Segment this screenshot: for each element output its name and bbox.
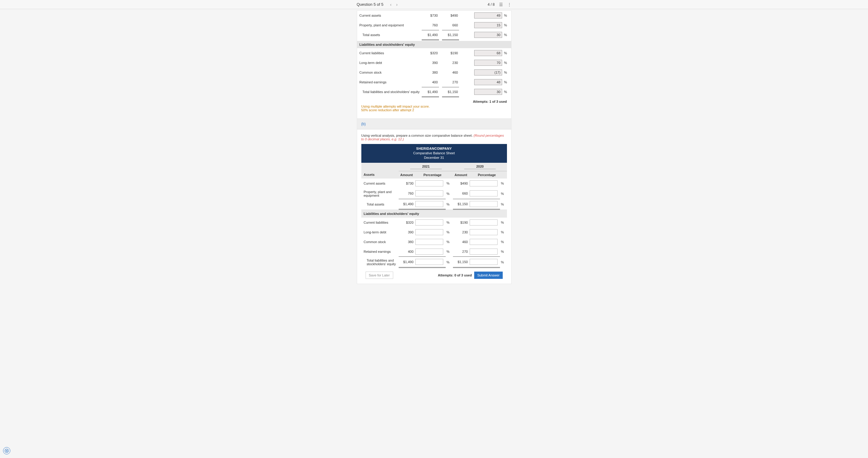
- percent-input-2020[interactable]: [470, 259, 498, 265]
- part-a-table: Current assets $730 $490 % Property, pla…: [357, 11, 511, 97]
- percent-input-2020[interactable]: [470, 190, 498, 196]
- question-title: Question 5 of 5: [357, 2, 383, 7]
- save-for-later-button[interactable]: Save for Later: [366, 271, 393, 279]
- amount-2021: 760: [399, 188, 414, 199]
- prev-question-button[interactable]: ‹: [388, 2, 394, 7]
- amount-2020: 230: [442, 58, 459, 68]
- row-label: Common stock: [361, 237, 399, 247]
- percent-input[interactable]: [474, 79, 502, 85]
- year-2021: 2021: [410, 165, 442, 169]
- amount-2021: 400: [422, 77, 439, 87]
- amount-2020: 270: [453, 247, 469, 257]
- amount-2020: 460: [453, 237, 469, 247]
- more-menu-icon[interactable]: ⋮: [507, 2, 512, 7]
- percent-input[interactable]: [474, 89, 502, 95]
- amount-2021: $1,490: [399, 199, 414, 209]
- row-label: Property, plant and equipment: [361, 188, 399, 199]
- next-question-button[interactable]: ›: [394, 2, 400, 7]
- row-label: Retained earnings: [357, 77, 422, 87]
- percent-input-2020[interactable]: [470, 181, 498, 187]
- percent-input-2020[interactable]: [470, 249, 498, 255]
- section-header: Liabilities and stockholders' equity: [357, 41, 511, 48]
- amount-2021: 380: [422, 68, 439, 77]
- amount-2020: 460: [442, 68, 459, 77]
- amount-2020: $1,150: [442, 87, 459, 97]
- row-label: Current liabilities: [361, 218, 399, 227]
- col-percentage: Percentage: [469, 171, 505, 178]
- percent-input[interactable]: [474, 69, 502, 75]
- row-label: Current assets: [357, 11, 422, 20]
- row-label: Long-term debt: [357, 58, 422, 68]
- assets-header: Assets: [361, 171, 399, 178]
- amount-2021: 760: [422, 20, 439, 30]
- percent-input[interactable]: [474, 22, 502, 28]
- amount-2021: $730: [422, 11, 439, 20]
- row-label: Total liabilities and stockholders' equi…: [357, 87, 422, 97]
- percent-input-2021[interactable]: [415, 239, 443, 245]
- row-label: Current assets: [361, 178, 399, 188]
- row-label: Retained earnings: [361, 247, 399, 257]
- percent-input[interactable]: [474, 50, 502, 56]
- row-label: Property, plant and equipment: [357, 20, 422, 30]
- row-label: Long-term debt: [361, 227, 399, 237]
- attempts-label: Attempts: 0 of 3 used: [438, 273, 472, 277]
- amount-2021: $1,490: [422, 30, 439, 40]
- amount-2021: $320: [422, 48, 439, 58]
- toolbar: Question 5 of 5 ‹ › 4 / 8 ☰ ⋮: [0, 0, 868, 9]
- instructions-text: Using vertical analysis, prepare a commo…: [361, 134, 474, 137]
- amount-2020: $1,150: [453, 257, 469, 268]
- amount-2021: 400: [399, 247, 414, 257]
- row-label: Current liabilities: [357, 48, 422, 58]
- amount-2021: 390: [399, 227, 414, 237]
- percent-input-2021[interactable]: [415, 249, 443, 255]
- amount-2020: $1,150: [453, 199, 469, 209]
- amount-2020: 270: [442, 77, 459, 87]
- percent-input[interactable]: [474, 60, 502, 66]
- question-card: Current assets $730 $490 % Property, pla…: [357, 10, 512, 284]
- company-name: SHERIDANCOMPANY: [416, 147, 452, 150]
- amount-2020: $1,150: [442, 30, 459, 40]
- instructions: Using vertical analysis, prepare a commo…: [361, 134, 507, 141]
- percent-input-2021[interactable]: [415, 201, 443, 207]
- amount-2020: $190: [442, 48, 459, 58]
- amount-2021: $320: [399, 218, 414, 227]
- percent-input-2020[interactable]: [470, 229, 498, 235]
- percent-input-2021[interactable]: [415, 259, 443, 265]
- col-amount: Amount: [399, 171, 414, 178]
- percent-input-2021[interactable]: [415, 181, 443, 187]
- row-label: Total liabilities and stockholders' equi…: [361, 257, 399, 268]
- percent-input-2020[interactable]: [470, 201, 498, 207]
- amount-2021: $1,490: [399, 257, 414, 268]
- balance-sheet-header: SHERIDANCOMPANY Comparative Balance Shee…: [361, 144, 507, 163]
- amount-2020: $490: [442, 11, 459, 20]
- warning-line-1: Using multiple attempts will impact your…: [361, 105, 507, 108]
- year-2020: 2020: [464, 165, 496, 169]
- amount-2020: 660: [453, 188, 469, 199]
- statement-date: December 31: [424, 156, 444, 159]
- col-percentage: Percentage: [414, 171, 451, 178]
- percent-input-2021[interactable]: [415, 190, 443, 196]
- col-amount: Amount: [453, 171, 469, 178]
- percent-input-2020[interactable]: [470, 239, 498, 245]
- amount-2021: $1,490: [422, 87, 439, 97]
- amount-2020: $190: [453, 218, 469, 227]
- lse-header: Liabilities and stockholders' equity: [361, 209, 507, 218]
- percent-sign: %: [503, 11, 511, 20]
- percent-input-2021[interactable]: [415, 229, 443, 235]
- amount-2020: 660: [442, 20, 459, 30]
- amount-2021: $730: [399, 178, 414, 188]
- attempts-label: Attempts: 1 of 3 used: [357, 97, 511, 103]
- part-b-table: 2021 2020 Assets Amount Percentage Amoun…: [361, 163, 507, 268]
- list-icon[interactable]: ☰: [499, 2, 503, 7]
- percent-input[interactable]: [474, 12, 502, 19]
- percent-input-2020[interactable]: [470, 220, 498, 226]
- percent-input[interactable]: [474, 32, 502, 38]
- row-label: Total assets: [357, 30, 422, 40]
- submit-answer-button[interactable]: Submit Answer: [474, 271, 502, 279]
- amount-2020: $490: [453, 178, 469, 188]
- percent-input-2021[interactable]: [415, 220, 443, 226]
- amount-2020: 230: [453, 227, 469, 237]
- row-label: Total assets: [361, 199, 399, 209]
- warning-line-2: 50% score reduction after attempt 2: [361, 108, 507, 112]
- row-label: Common stock: [357, 68, 422, 77]
